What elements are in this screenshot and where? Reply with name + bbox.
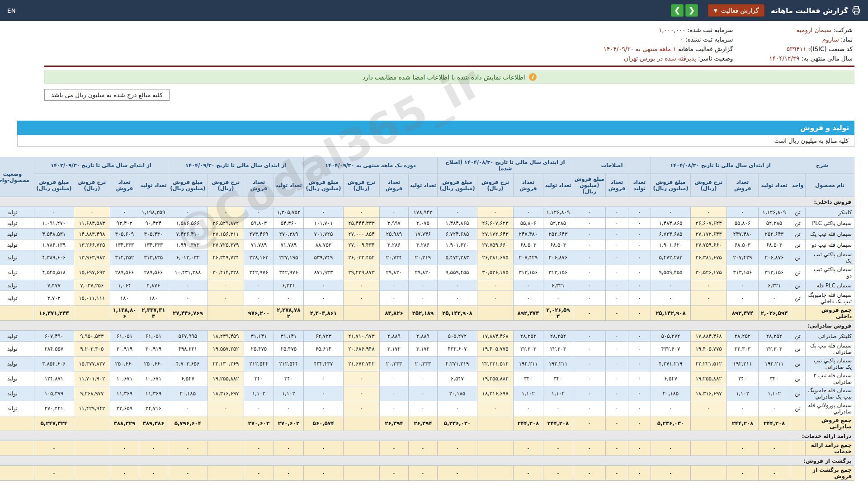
value-cell: ۲۹,۲۳۹,۸۷۳ (343, 265, 379, 280)
value-cell: ۰ (139, 466, 168, 481)
value-cell: ۰ (513, 441, 543, 456)
value-cell: ۱۵,۰۱۱,۱۱۱ (74, 291, 110, 306)
section-label: فروش داخلی: (0, 197, 854, 207)
value-cell: ۱۹,۵۵۷,۲۵۲ (208, 342, 244, 357)
value-cell: ۰ (628, 280, 651, 291)
production-sales-table-wrap: شرحاز ابتدای سال مالی تا تاریخ ۱۴۰۴/۰۸/۳… (17, 157, 854, 481)
value-cell (343, 441, 379, 456)
product-name-cell: سیمان PLC فله (806, 280, 854, 291)
table-row: سیمان فله جامبوبگ تیپ یک داخليتن۰۰۰۰۰۰۰۰… (0, 291, 854, 306)
value-cell: ۳۰,۹۱۹ (110, 342, 139, 357)
value-cell: ۰ (543, 466, 573, 481)
value-cell: ۱۸,۳۱۶,۶۹۷ (690, 386, 726, 401)
value-cell: ۵۲,۲۸۵ (543, 218, 573, 229)
value-cell: ۰ (477, 207, 513, 218)
col-sub-header: مبلغ فروش (میلیون ریال) (303, 174, 343, 197)
product-name-cell: سیمان پوزولاني فله صادراتي (806, 401, 854, 416)
value-cell: ۲۶,۶۰۷,۶۲۳ (690, 218, 726, 229)
col-group-5: از ابتدای سال مالی تا تاریخ ۱۴۰۳/۰۹/۳۰ (34, 157, 168, 174)
value-cell: ۲۰,۷۳۴ (379, 250, 408, 265)
isic-label: کد صنعت (ISIC): (808, 45, 853, 52)
value-cell: ۰ (726, 441, 758, 456)
col-sub-header: تعداد فروش (726, 174, 758, 197)
value-cell: ۰ (543, 401, 573, 416)
value-cell: ۴,۵۴۸,۵۳۱ (34, 229, 74, 239)
value-cell: ۷۱,۷۸۹ (274, 239, 303, 250)
value-cell: ۲۴۴,۲۰۸ (513, 416, 543, 431)
value-cell: ۰ (343, 401, 379, 416)
symbol-row: نماد: ساروم (769, 36, 853, 43)
value-cell: ۰ (208, 401, 244, 416)
value-cell: ۰ (379, 441, 408, 456)
prev-report-button[interactable]: ❮ (671, 4, 684, 17)
next-report-button[interactable]: ❯ (685, 4, 698, 17)
value-cell: ۰ (628, 401, 651, 416)
value-cell: ۹,۵۵۹,۴۵۵ (437, 265, 477, 280)
language-toggle[interactable]: EN (7, 7, 16, 14)
table-body: فروش داخلی:کلینکرتن۱,۱۲۶,۸۰۹۰۰۰۰۰۰۱,۱۲۶,… (0, 197, 854, 481)
value-cell: ۰ (628, 218, 651, 229)
value-cell: ۰ (628, 386, 651, 401)
value-cell: ۰ (605, 280, 628, 291)
value-cell: ۰ (543, 441, 573, 456)
col-sub-header: تعداد تولید (543, 174, 573, 197)
value-cell: ۰ (379, 466, 408, 481)
table-row: سیمان فله جامبوبگ تیپ یک صادراتيتن۱,۱۰۲۱… (0, 386, 854, 401)
col-sub-header: تعداد تولید (408, 174, 437, 197)
value-cell: ۲۰,۳۳۳ (408, 357, 437, 371)
value-cell: ۲۸۴,۵۵۷ (34, 342, 74, 357)
col-sub-header: مبلغ فروش (میلیون ریال) (168, 174, 208, 197)
status-cell: تولید (0, 386, 34, 401)
report-type-dropdown[interactable]: گزارش فعالیت ▼ (708, 4, 764, 17)
value-cell: ۲۲,۳۰۳ (543, 342, 573, 357)
company-value: سیمان ارومیه (797, 26, 831, 33)
total-row: جمع فروش داخلی۲,۰۲۶,۵۹۳۸۹۲,۳۷۴۲۵,۱۴۲,۹۰۸… (0, 306, 854, 321)
value-cell: ۲۵,۹۸۹ (379, 229, 408, 239)
value-cell: ۴۳۲,۶۰۷ (651, 342, 690, 357)
value-cell: ۰ (573, 416, 605, 431)
value-cell: ۳۱۴,۳۵۲ (110, 250, 139, 265)
value-cell: ۲۷,۴۴۶,۷۶۹ (168, 306, 208, 321)
col-status-header: وضعیت محصول-واحد (0, 157, 34, 197)
unregistered-capital-value: ۰ (680, 36, 684, 43)
value-cell: ۰ (408, 441, 437, 456)
registered-capital-row: سرمایه ثبت شده: ۱,۰۰۰,۰۰۰ (604, 26, 733, 33)
value-cell: ۱۸۰ (139, 291, 168, 306)
value-cell: ۳۴۰ (758, 371, 790, 386)
value-cell: ۰ (477, 401, 513, 416)
value-cell: ۱,۴۸۴,۸۶۵ (437, 218, 477, 229)
product-name-cell: جمع فروش داخلی (806, 306, 854, 321)
value-cell: ۰ (605, 229, 628, 239)
value-cell: ۵۰۵,۲۷۲ (437, 331, 477, 342)
value-cell: ۹,۲۶۸,۹۷۷ (74, 386, 110, 401)
value-cell: ۰ (628, 229, 651, 239)
unit-cell (790, 441, 805, 456)
total-row: جمع فروش صادراتی۲۴۴,۲۰۸۲۴۴,۲۰۸۵,۲۳۶,۰۳۰۰… (0, 416, 854, 431)
value-cell: ۰ (628, 265, 651, 280)
value-cell: ۰ (244, 441, 274, 456)
col-unit-header: واحد (790, 174, 805, 197)
table-row: سیمان فله تیپ ۲ صادراتيتن۳۴۰۳۴۰۱۹,۲۵۵,۸۸… (0, 371, 854, 386)
value-cell: ۲۰,۱۸۵ (168, 386, 208, 401)
status-cell (0, 416, 34, 431)
product-name-cell: سیمان فله تیپ دو (806, 239, 854, 250)
value-cell: ۰ (605, 250, 628, 265)
company-info-panel: شرکت: سیمان ارومیه نماد: ساروم کد صنعت (… (44, 21, 854, 66)
value-cell: ۲۷۳,۴۶۹ (244, 229, 274, 239)
value-cell: ۰ (110, 466, 139, 481)
col-sub-header: مبلغ فروش (میلیون ریال) (34, 174, 74, 197)
value-cell: ۰ (573, 250, 605, 265)
value-cell: ۱۰,۴۳۱,۳۸۸ (168, 265, 208, 280)
value-cell: ۵۶۰,۵۷۴ (303, 416, 343, 431)
value-cell: ۰ (168, 441, 208, 456)
value-cell: ۳۴۰ (726, 371, 758, 386)
value-cell: ۰ (573, 218, 605, 229)
value-cell: ۶۸,۵۰۳ (726, 239, 758, 250)
value-cell: ۲۱,۶۷۲,۷۴۲ (343, 357, 379, 371)
value-cell: ۰ (573, 280, 605, 291)
col-sub-header: نرخ فروش (ریال) (477, 174, 513, 197)
value-cell: ۹۰,۴۳۴ (139, 218, 168, 229)
unit-cell: تن (790, 331, 805, 342)
value-cell: ۵,۲۴۷,۳۲۴ (34, 416, 74, 431)
value-cell: ۱۹۲,۲۱۱ (758, 357, 790, 371)
